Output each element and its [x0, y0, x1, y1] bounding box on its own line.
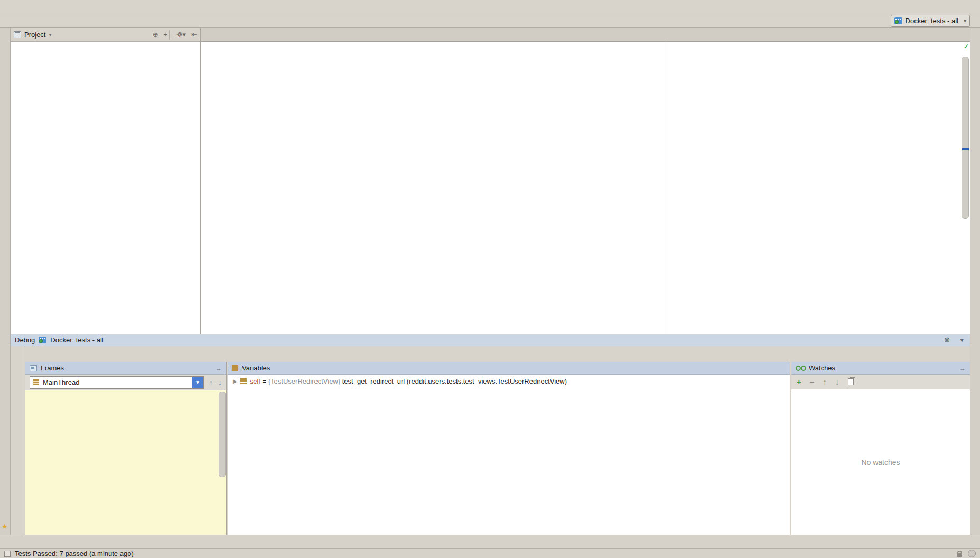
- variable-value: test_get_redirect_url (reddit.users.test…: [342, 377, 567, 385]
- debug-left-toolbar: [11, 346, 25, 535]
- right-tool-strip: [970, 28, 980, 535]
- thread-combobox[interactable]: MainThread ▼: [30, 376, 204, 389]
- debug-panel-header: Debug Docker: tests - all ☸ ▾: [11, 334, 970, 346]
- editor-scrollbar[interactable]: [962, 57, 969, 219]
- thread-name: MainThread: [43, 378, 79, 386]
- docker-icon: [894, 17, 902, 24]
- gear-icon[interactable]: ☸: [944, 336, 950, 344]
- hide-tool-window-icon[interactable]: ▾: [960, 336, 964, 344]
- hector-icon[interactable]: [968, 550, 976, 557]
- left-tool-strip: ★: [0, 28, 11, 535]
- equals: =: [260, 377, 268, 385]
- collapse-all-icon[interactable]: ÷: [164, 31, 167, 39]
- variables-icon: [232, 365, 238, 371]
- hide-icon[interactable]: →: [216, 365, 222, 372]
- status-bar: Tests Passed: 7 passed (a minute ago): [0, 548, 980, 558]
- frames-scrollbar[interactable]: [219, 392, 226, 477]
- frames-title: Frames: [41, 364, 64, 372]
- chevron-down-icon: ▾: [49, 32, 51, 38]
- docker-icon: [39, 337, 46, 343]
- frames-icon: [30, 365, 37, 371]
- inspections-status-icon[interactable]: ✓: [964, 43, 969, 50]
- watches-title: Watches: [809, 364, 835, 372]
- run-configuration-label: Docker: tests - all: [906, 17, 958, 25]
- watches-icon: [796, 366, 801, 371]
- debug-content: Frames → MainThread ▼ ↑ ↓: [25, 362, 970, 535]
- variables-header: Variables: [228, 362, 790, 375]
- watches-header: Watches →: [791, 362, 970, 375]
- project-view-icon: [14, 31, 21, 38]
- thread-icon: [33, 379, 39, 385]
- main-toolbar: Docker: tests - all ▾: [891, 13, 975, 28]
- status-message: Tests Passed: 7 passed (a minute ago): [15, 550, 134, 557]
- debug-tool-window: Debug Docker: tests - all ☸ ▾ Frames → M…: [11, 334, 970, 535]
- variables-title: Variables: [242, 364, 270, 372]
- gear-icon[interactable]: ☸▾: [176, 31, 186, 39]
- tool-window-bar: [0, 535, 980, 548]
- pycharm-window: Docker: tests - all ▾ ★ Project ▾ ⊕ ÷ ☸▾…: [0, 0, 980, 558]
- variable-name: self: [250, 377, 260, 385]
- frames-panel: Frames → MainThread ▼ ↑ ↓: [25, 362, 227, 535]
- code-editor[interactable]: ✓: [201, 42, 970, 334]
- debug-panel-title: Debug: [15, 336, 35, 344]
- debug-config-label: Docker: tests - all: [50, 336, 103, 344]
- move-up-icon[interactable]: ↑: [823, 377, 827, 386]
- variable-type: {TestUserRedirectView}: [268, 377, 340, 385]
- expand-icon[interactable]: ▶: [233, 378, 237, 384]
- editor-area: ✓: [201, 28, 970, 334]
- watches-toolbar: + − ↑ ↓: [791, 375, 970, 389]
- add-watch-icon[interactable]: +: [797, 377, 801, 386]
- thread-dropdown-button[interactable]: ▼: [192, 377, 203, 388]
- favorites-star-icon: ★: [2, 523, 8, 531]
- variable-icon: [240, 378, 247, 384]
- watches-empty-text: No watches: [791, 389, 970, 535]
- remove-watch-icon[interactable]: −: [810, 377, 815, 386]
- editor-tab-bar: [201, 28, 970, 42]
- menu-bar: [0, 0, 980, 13]
- variable-row[interactable]: ▶ self = {TestUserRedirectView} test_get…: [228, 375, 790, 385]
- frames-list: [25, 390, 226, 535]
- frames-header: Frames →: [25, 362, 226, 375]
- move-down-icon[interactable]: ↓: [835, 377, 839, 386]
- chevron-down-icon: ▾: [964, 18, 966, 24]
- execution-point-stripe-mark[interactable]: [962, 148, 969, 150]
- navigation-bar: Docker: tests - all ▾: [0, 13, 980, 28]
- project-panel-label: Project: [24, 31, 45, 39]
- project-panel-title[interactable]: Project ▾: [14, 31, 52, 39]
- previous-frame-icon[interactable]: ↑: [209, 378, 213, 387]
- copy-icon[interactable]: [848, 378, 854, 385]
- project-panel-header: Project ▾ ⊕ ÷ ☸▾ ⇤: [11, 28, 200, 42]
- run-configuration-select[interactable]: Docker: tests - all ▾: [891, 15, 970, 27]
- right-margin-guide: [664, 42, 664, 334]
- thread-selector-row: MainThread ▼ ↑ ↓: [25, 375, 226, 390]
- lock-icon[interactable]: [957, 553, 962, 557]
- status-icon: [4, 551, 11, 557]
- variables-panel: Variables ▶ self = {TestUserRedirectView…: [228, 362, 790, 535]
- locate-file-icon[interactable]: ⊕: [153, 31, 158, 39]
- project-tool-window: Project ▾ ⊕ ÷ ☸▾ ⇤: [11, 28, 201, 334]
- hide-icon[interactable]: →: [959, 365, 966, 372]
- hide-panel-icon[interactable]: ⇤: [191, 31, 197, 39]
- next-frame-icon[interactable]: ↓: [218, 378, 222, 387]
- project-tree: [11, 42, 200, 334]
- debug-tabs: [25, 346, 970, 362]
- watches-panel: Watches → + − ↑ ↓ No watches: [791, 362, 970, 535]
